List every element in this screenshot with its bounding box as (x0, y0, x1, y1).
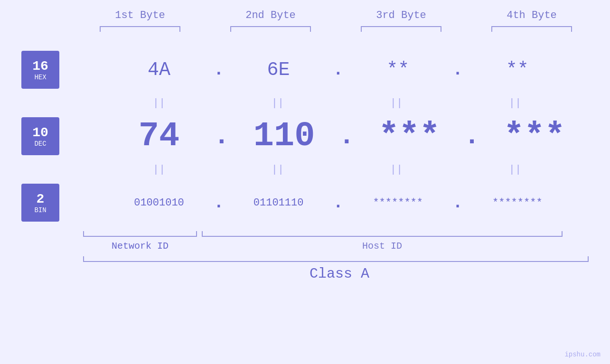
equals-2-b3: || (344, 164, 449, 176)
dec-row: 10 DEC 74 . 110 . *** . *** (0, 112, 610, 160)
equals-row-1: || || || || (0, 93, 610, 112)
dec-dot-3: . (464, 121, 480, 151)
dec-byte2: 110 (232, 117, 337, 156)
bottom-labels: Network ID Host ID (83, 241, 591, 252)
hex-byte2: 6E (226, 59, 331, 81)
dec-dot-1: . (214, 121, 230, 151)
dec-byte3: *** (357, 117, 461, 156)
bottom-brackets (83, 231, 591, 237)
equals-2-b1: || (107, 164, 211, 176)
bin-byte4: ******** (465, 197, 570, 209)
bracket-container-1 (88, 26, 192, 32)
header-byte1: 1st Byte (88, 9, 192, 21)
dec-badge-number: 10 (32, 125, 48, 140)
class-bracket-container: Class A (83, 256, 596, 282)
hex-dot-2: . (333, 60, 344, 80)
equals-2-b4: || (463, 164, 567, 176)
class-bracket-line (83, 256, 589, 262)
dec-byte1: 74 (107, 117, 211, 156)
bin-badge-label: BIN (34, 206, 46, 214)
header-byte3: 3rd Byte (349, 9, 453, 21)
dec-badge: 10 DEC (21, 117, 59, 155)
bin-byte2: 01101110 (226, 197, 331, 209)
bin-badge-number: 2 (37, 192, 45, 206)
dec-badge-label: DEC (34, 140, 46, 148)
bin-byte3: ******** (346, 197, 450, 209)
equals-row-2: || || || || (0, 160, 610, 179)
main-container: 1st Byte 2nd Byte 3rd Byte 4th Byte 16 H… (0, 0, 610, 364)
equals-1-b1: || (107, 97, 211, 109)
bracket-container-3 (349, 26, 453, 32)
bottom-bracket-host (202, 231, 563, 237)
hex-dot-3: . (452, 60, 463, 80)
top-bracket-2 (230, 26, 311, 32)
bin-row: 2 BIN 01001010 . 01101110 . ******** . *… (0, 179, 610, 226)
top-bracket-4 (491, 26, 572, 32)
dec-byte4: *** (482, 117, 587, 156)
hex-badge-number: 16 (32, 59, 48, 74)
bracket-container-2 (218, 26, 323, 32)
equals-1-b3: || (344, 97, 449, 109)
header-byte2: 2nd Byte (218, 9, 323, 21)
network-id-label: Network ID (83, 241, 197, 252)
bottom-bracket-network (83, 231, 197, 237)
dec-values-area: 74 . 110 . *** . *** (59, 117, 610, 156)
top-bracket-1 (100, 26, 180, 32)
hex-values-area: 4A . 6E . ** . ** (59, 59, 610, 81)
equals-signs-1: || || || || (59, 97, 610, 109)
watermark: ipshu.com (564, 351, 601, 358)
top-brackets-row (75, 26, 597, 32)
bin-badge: 2 BIN (21, 184, 59, 222)
dec-dot-2: . (339, 121, 355, 151)
equals-1-b2: || (225, 97, 330, 109)
bottom-section: Network ID Host ID Class A (0, 231, 610, 282)
hex-byte4: ** (465, 59, 570, 81)
hex-byte1: 4A (107, 59, 211, 81)
bin-byte1: 01001010 (107, 197, 211, 209)
header-byte4: 4th Byte (479, 9, 584, 21)
hex-byte3: ** (346, 59, 450, 81)
hex-dot-1: . (214, 60, 224, 80)
hex-badge: 16 HEX (21, 51, 59, 89)
bin-dot-2: . (333, 193, 344, 213)
bracket-container-4 (479, 26, 584, 32)
hex-row: 16 HEX 4A . 6E . ** . ** (0, 46, 610, 93)
top-bracket-3 (361, 26, 441, 32)
bin-dot-1: . (214, 193, 224, 213)
bin-values-area: 01001010 . 01101110 . ******** . *******… (59, 193, 610, 213)
bin-dot-3: . (452, 193, 463, 213)
equals-2-b2: || (225, 164, 330, 176)
equals-1-b4: || (463, 97, 567, 109)
hex-badge-label: HEX (34, 74, 46, 81)
byte-headers-row: 1st Byte 2nd Byte 3rd Byte 4th Byte (75, 9, 597, 21)
class-label: Class A (83, 266, 596, 282)
host-id-label: Host ID (202, 241, 563, 252)
equals-signs-2: || || || || (59, 164, 610, 176)
